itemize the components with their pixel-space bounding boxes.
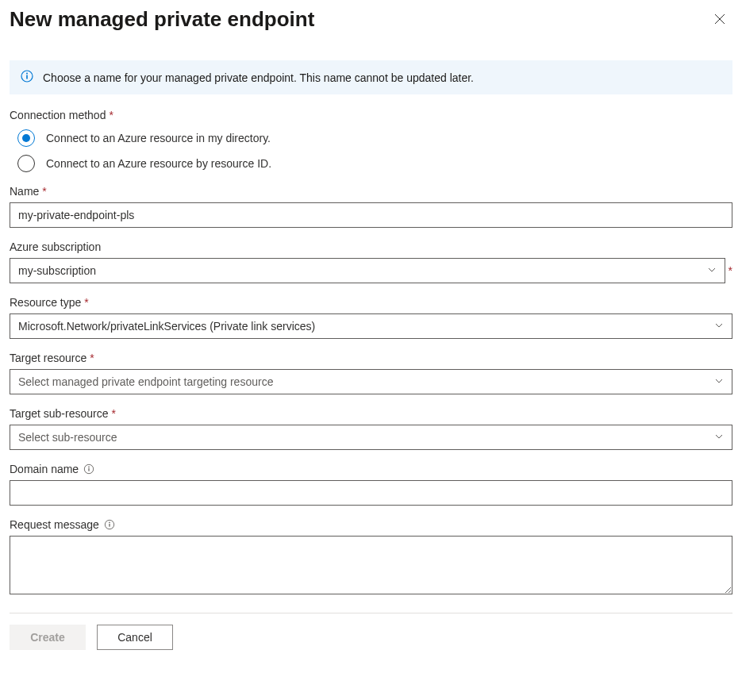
connection-method-label-text: Connection method [10, 109, 106, 121]
cancel-button[interactable]: Cancel [97, 625, 173, 650]
close-icon [714, 13, 725, 25]
radio-indicator-selected [17, 129, 35, 147]
name-label-text: Name [10, 185, 39, 198]
required-marker: * [109, 109, 113, 121]
info-icon [21, 70, 33, 85]
create-button[interactable]: Create [10, 625, 86, 650]
svg-rect-5 [89, 468, 90, 471]
resource-type-label: Resource type * [10, 296, 732, 309]
info-text: Choose a name for your managed private e… [43, 71, 474, 84]
subscription-label-text: Azure subscription [10, 240, 101, 253]
request-message-label: Request message [10, 518, 732, 531]
radio-connect-directory-label: Connect to an Azure resource in my direc… [46, 132, 271, 144]
target-subresource-placeholder: Select sub-resource [18, 431, 117, 444]
panel-new-managed-private-endpoint: New managed private endpoint Choose a na… [0, 0, 742, 660]
resource-type-value: Microsoft.Network/privateLinkServices (P… [18, 320, 315, 333]
info-icon[interactable] [83, 463, 94, 475]
resource-type-group: Resource type * Microsoft.Network/privat… [10, 296, 732, 339]
subscription-value: my-subscription [18, 264, 96, 277]
radio-connect-resource-id[interactable]: Connect to an Azure resource by resource… [10, 155, 732, 172]
required-marker: * [729, 264, 732, 277]
resource-type-dropdown[interactable]: Microsoft.Network/privateLinkServices (P… [10, 313, 732, 339]
domain-name-label: Domain name [10, 463, 732, 475]
chevron-down-icon [714, 375, 724, 388]
target-subresource-dropdown[interactable]: Select sub-resource [10, 425, 732, 450]
chevron-down-icon [714, 320, 724, 333]
domain-name-label-text: Domain name [10, 463, 79, 475]
target-resource-label: Target resource * [10, 352, 732, 364]
chevron-down-icon [707, 264, 717, 277]
name-input[interactable] [10, 202, 732, 228]
radio-indicator [17, 155, 35, 172]
request-message-group: Request message [10, 518, 732, 597]
radio-connect-directory[interactable]: Connect to an Azure resource in my direc… [10, 129, 732, 147]
svg-rect-2 [26, 75, 28, 79]
request-message-label-text: Request message [10, 518, 99, 531]
target-resource-dropdown[interactable]: Select managed private endpoint targetin… [10, 369, 732, 394]
subscription-label: Azure subscription [10, 240, 732, 253]
target-resource-label-text: Target resource [10, 352, 87, 364]
connection-method-label: Connection method * [10, 109, 732, 121]
info-icon[interactable] [104, 519, 115, 530]
svg-point-7 [109, 522, 110, 524]
svg-rect-8 [109, 524, 110, 527]
domain-name-group: Domain name [10, 463, 732, 506]
required-marker: * [42, 185, 46, 198]
connection-method-group: Connection method * Connect to an Azure … [10, 109, 732, 172]
target-subresource-label-text: Target sub-resource [10, 407, 109, 420]
svg-point-1 [26, 73, 28, 75]
name-group: Name * [10, 185, 732, 228]
info-banner: Choose a name for your managed private e… [10, 60, 732, 94]
request-message-textarea[interactable] [10, 536, 732, 594]
domain-name-input[interactable] [10, 480, 732, 506]
svg-point-4 [88, 467, 90, 468]
panel-footer: Create Cancel [10, 613, 732, 650]
resource-type-label-text: Resource type [10, 296, 81, 309]
panel-header: New managed private endpoint [10, 3, 732, 43]
required-marker: * [90, 352, 94, 364]
target-subresource-group: Target sub-resource * Select sub-resourc… [10, 407, 732, 450]
target-resource-placeholder: Select managed private endpoint targetin… [18, 375, 273, 388]
required-marker: * [84, 296, 88, 309]
target-subresource-label: Target sub-resource * [10, 407, 732, 420]
name-label: Name * [10, 185, 732, 198]
required-marker: * [112, 407, 116, 420]
chevron-down-icon [714, 431, 724, 444]
radio-connect-resource-id-label: Connect to an Azure resource by resource… [46, 157, 271, 170]
target-resource-group: Target resource * Select managed private… [10, 352, 732, 394]
subscription-group: Azure subscription my-subscription * [10, 240, 732, 283]
close-button[interactable] [707, 6, 732, 32]
panel-title: New managed private endpoint [10, 7, 314, 32]
subscription-dropdown[interactable]: my-subscription [10, 258, 725, 283]
